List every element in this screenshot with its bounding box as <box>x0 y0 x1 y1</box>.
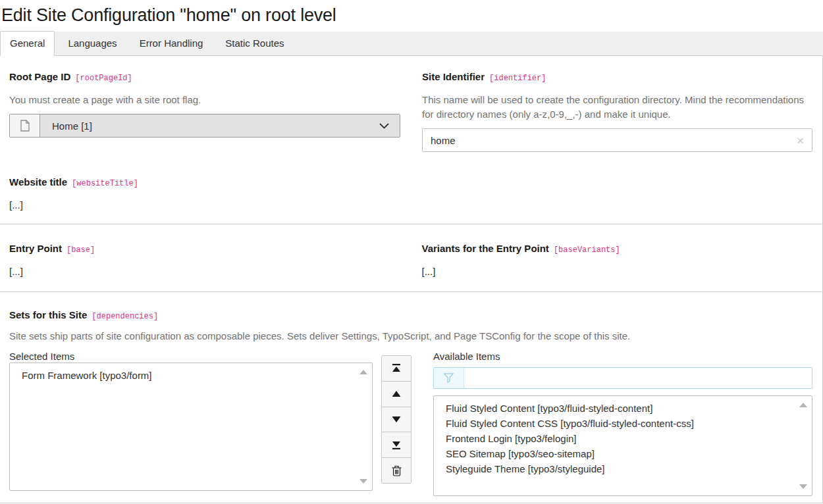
available-item[interactable]: SEO Sitemap [typo3/seo-sitemap] <box>440 446 795 461</box>
site-identifier-label: Site Identifier[identifier] <box>422 70 812 85</box>
root-page-select[interactable]: Home [1] <box>9 114 400 138</box>
root-page-select-value: Home [1] <box>52 120 379 132</box>
site-identifier-input[interactable]: home × <box>422 128 812 152</box>
site-identifier-label-text: Site Identifier <box>422 71 485 82</box>
section-entry-point: Entry Point[base] [...] Variants for the… <box>0 224 822 292</box>
site-identifier-code: [identifier] <box>489 74 546 83</box>
filter-input[interactable] <box>464 368 812 388</box>
root-page-id-label: Root Page ID[rootPageId] <box>9 70 400 85</box>
entry-point-label: Entry Point[base] <box>9 242 400 257</box>
tab-general[interactable]: General <box>0 31 55 56</box>
base-variants-label: Variants for the Entry Point[baseVariant… <box>422 242 813 257</box>
page-icon <box>10 114 40 137</box>
website-title-label-text: Website title <box>9 176 67 188</box>
scroll-up-icon[interactable] <box>799 403 807 407</box>
base-variants-code: [baseVariants] <box>554 245 620 255</box>
dependencies-label-text: Sets for this Site <box>9 309 87 320</box>
available-item[interactable]: Fluid Styled Content CSS [typo3/fluid-st… <box>440 416 795 431</box>
base-variants-label-text: Variants for the Entry Point <box>422 243 549 254</box>
base-variants-collapsed-toggle[interactable]: [...] <box>422 265 436 278</box>
tab-bar: General Languages Error Handling Static … <box>0 32 823 56</box>
root-page-select-display: Home [1] <box>40 114 400 137</box>
entry-point-code: [base] <box>66 245 95 255</box>
dependencies-code: [dependencies] <box>92 312 158 321</box>
available-item[interactable]: Styleguide Theme [typo3/styleguide] <box>440 461 795 476</box>
section-dependencies: Sets for this Site[dependencies] Site se… <box>0 292 822 504</box>
selected-items-list[interactable]: Form Framework [typo3/form] <box>9 363 373 491</box>
selected-items-group: Selected Items Form Framework [typo3/for… <box>9 343 373 491</box>
field-site-identifier: Site Identifier[identifier] This name wi… <box>422 70 812 152</box>
field-root-page-id: Root Page ID[rootPageId] You must create… <box>9 70 400 152</box>
root-page-id-description: You must create a page with a site root … <box>9 93 400 107</box>
entry-point-label-text: Entry Point <box>9 243 62 254</box>
selected-item[interactable]: Form Framework [typo3/form] <box>16 368 355 383</box>
field-entry-point: Entry Point[base] [...] <box>9 242 400 278</box>
move-to-bottom-button[interactable] <box>382 432 411 458</box>
available-items-filter <box>433 367 812 389</box>
available-items-group: Available Items Fluid Styled Content [ty… <box>433 343 812 496</box>
site-identifier-value: home <box>431 135 797 146</box>
dependencies-label: Sets for this Site[dependencies] <box>9 309 812 323</box>
available-items-header: Available Items <box>433 351 812 363</box>
website-title-label: Website title[websiteTitle] <box>9 176 812 190</box>
filter-icon <box>434 368 464 388</box>
tab-languages[interactable]: Languages <box>59 32 126 55</box>
move-to-top-button[interactable] <box>382 356 411 382</box>
available-item[interactable]: Frontend Login [typo3/felogin] <box>440 431 795 446</box>
selected-items-header: Selected Items <box>9 351 373 363</box>
chevron-down-icon <box>379 123 389 129</box>
site-identifier-description: This name will be used to create the con… <box>422 93 812 122</box>
tab-static-routes[interactable]: Static Routes <box>216 32 293 55</box>
section-identity: Root Page ID[rootPageId] You must create… <box>0 56 822 224</box>
page-title: Edit Site Configuration "home" on root l… <box>0 0 823 28</box>
scroll-down-icon[interactable] <box>359 479 367 484</box>
move-down-button[interactable] <box>382 407 411 433</box>
website-title-code: [websiteTitle] <box>72 179 138 188</box>
move-up-button[interactable] <box>382 382 411 407</box>
tab-error-handling[interactable]: Error Handling <box>130 32 213 55</box>
delete-button[interactable] <box>382 458 411 483</box>
available-items-list[interactable]: Fluid Styled Content [typo3/fluid-styled… <box>433 395 812 496</box>
multiselect-controls <box>381 355 412 484</box>
sets-multiselect: Selected Items Form Framework [typo3/for… <box>9 343 812 496</box>
entry-point-collapsed-toggle[interactable]: [...] <box>9 265 23 278</box>
root-page-id-label-text: Root Page ID <box>9 71 70 82</box>
clear-icon[interactable]: × <box>797 134 804 147</box>
scroll-down-icon[interactable] <box>799 484 807 489</box>
website-title-collapsed-toggle[interactable]: [...] <box>9 199 23 212</box>
field-website-title: Website title[websiteTitle] [...] <box>9 176 812 224</box>
tab-content-pane: Root Page ID[rootPageId] You must create… <box>0 56 823 503</box>
field-base-variants: Variants for the Entry Point[baseVariant… <box>422 242 813 278</box>
scroll-up-icon[interactable] <box>359 370 367 374</box>
available-item[interactable]: Fluid Styled Content [typo3/fluid-styled… <box>440 401 795 416</box>
dependencies-description: Site sets ship parts of site configurati… <box>9 329 812 343</box>
root-page-id-code: [rootPageId] <box>75 74 132 83</box>
